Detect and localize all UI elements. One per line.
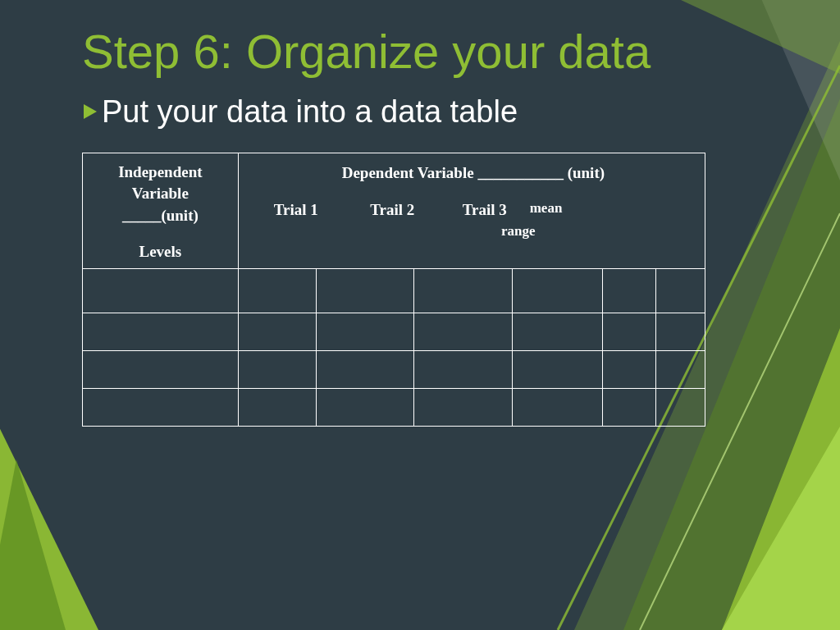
table-row [83, 313, 705, 351]
mean-label: mean [530, 199, 563, 221]
table-row [83, 269, 705, 313]
trial3-label: Trail 3 [440, 199, 530, 221]
triangle-bullet-icon [82, 103, 98, 121]
slide-title: Step 6: Organize your data [82, 25, 774, 80]
iv-header-line2: Variable [89, 183, 231, 205]
iv-header-line3: _____(unit) [89, 205, 231, 227]
bullet-text: Put your data into a data table [102, 94, 518, 130]
trial1-label: Trial 1 [247, 199, 345, 221]
svg-marker-1 [0, 459, 66, 630]
bullet-item: Put your data into a data table [82, 94, 774, 130]
dv-header-text: Dependent Variable ___________ (unit) [247, 162, 700, 185]
table-row [83, 389, 705, 427]
svg-marker-5 [722, 427, 840, 630]
table-row [83, 351, 705, 389]
data-table: Independent Variable _____(unit) Levels … [82, 153, 705, 427]
iv-header-cell: Independent Variable _____(unit) Levels [83, 153, 239, 268]
trial-labels: Trial 1 Trail 2 Trail 3 mean [247, 199, 700, 221]
iv-header-line1: Independent [89, 162, 231, 184]
trial2-label: Trail 2 [345, 199, 440, 221]
svg-marker-10 [84, 104, 97, 119]
iv-header-levels: Levels [89, 241, 231, 263]
dv-header-cell: Dependent Variable ___________ (unit) Tr… [238, 153, 705, 268]
range-label: range [247, 221, 700, 242]
